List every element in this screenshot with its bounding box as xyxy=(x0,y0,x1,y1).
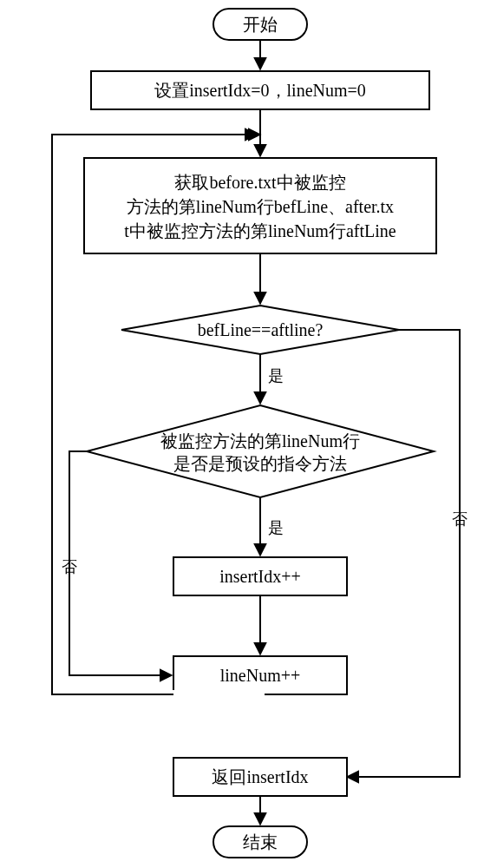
init-label: 设置insertIdx=0，lineNum=0 xyxy=(154,81,366,100)
start-label: 开始 xyxy=(243,15,278,34)
fetch-process: 获取before.txt中被监控 方法的第lineNum行befLine、aft… xyxy=(84,158,436,253)
insertidx-inc: insertIdx++ xyxy=(173,557,347,595)
linenum-inc: lineNum++ xyxy=(173,656,347,694)
fetch-label-1: 获取before.txt中被监控 xyxy=(174,173,345,192)
yes-label-2: 是 xyxy=(268,519,284,536)
fetch-label-2: 方法的第lineNum行befLine、after.tx xyxy=(127,197,394,216)
yes-label-1: 是 xyxy=(268,367,284,385)
return-label: 返回insertIdx xyxy=(212,767,308,786)
decision2-label-1: 被监控方法的第lineNum行 xyxy=(160,431,360,450)
decision-preset-instruction: 被监控方法的第lineNum行 是否是预设的指令方法 xyxy=(87,405,434,497)
loop-exit-edge xyxy=(52,694,260,712)
end-terminator: 结束 xyxy=(213,826,307,858)
insertidx-label: insertIdx++ xyxy=(219,567,301,586)
edge-no-left xyxy=(69,451,172,675)
init-process: 设置insertIdx=0，lineNum=0 xyxy=(91,71,429,109)
edge-no-right xyxy=(347,330,460,777)
no-label-right: 否 xyxy=(452,510,468,528)
decision2-label-2: 是否是预设的指令方法 xyxy=(173,454,347,473)
fetch-label-3: t中被监控方法的第lineNum行aftLine xyxy=(124,221,396,240)
decision-befline-aftline: befLine==aftline? xyxy=(121,306,399,354)
return-process: 返回insertIdx xyxy=(173,758,347,796)
svg-marker-4 xyxy=(87,405,434,497)
linenum-label: lineNum++ xyxy=(220,666,301,685)
end-label: 结束 xyxy=(243,832,278,852)
no-label-left: 否 xyxy=(62,558,77,575)
decision1-label: befLine==aftline? xyxy=(198,320,324,339)
start-terminator: 开始 xyxy=(213,9,307,40)
